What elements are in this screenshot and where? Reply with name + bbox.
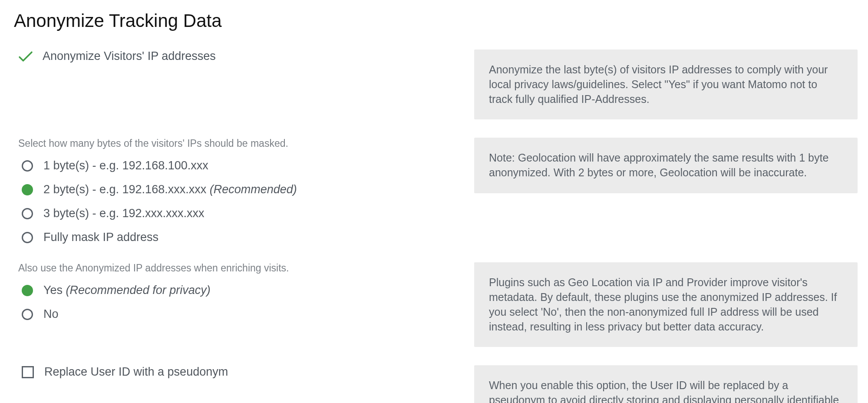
mask-bytes-radio-group: 1 byte(s) - e.g. 192.168.100.xxx 2 byte(… — [22, 159, 457, 244]
section-pseudonym: Replace User ID with a pseudonym When yo… — [18, 365, 858, 403]
anonymize-ip-toggle[interactable]: Anonymize Visitors' IP addresses — [18, 50, 457, 63]
radio-1-byte[interactable]: 1 byte(s) - e.g. 192.168.100.xxx — [22, 159, 457, 172]
anonymize-ip-help: Anonymize the last byte(s) of visitors I… — [474, 50, 858, 119]
radio-icon — [22, 232, 33, 243]
radio-label: No — [43, 307, 59, 321]
radio-fully-mask[interactable]: Fully mask IP address — [22, 231, 457, 244]
mask-bytes-group-label: Select how many bytes of the visitors' I… — [18, 138, 457, 149]
use-anon-enrich-help: Plugins such as Geo Location via IP and … — [474, 262, 858, 347]
radio-label: 3 byte(s) - e.g. 192.xxx.xxx.xxx — [43, 207, 205, 220]
checkbox-icon — [22, 366, 34, 378]
mask-bytes-help: Note: Geolocation will have approximatel… — [474, 138, 858, 193]
radio-label: 2 byte(s) - e.g. 192.168.xxx.xxx (Recomm… — [43, 183, 297, 196]
radio-label: Fully mask IP address — [43, 231, 158, 244]
pseudonym-checkbox[interactable]: Replace User ID with a pseudonym — [22, 365, 457, 379]
radio-2-bytes[interactable]: 2 byte(s) - e.g. 192.168.xxx.xxx (Recomm… — [22, 183, 457, 196]
pseudonym-help: When you enable this option, the User ID… — [474, 365, 858, 403]
radio-icon-selected — [22, 184, 33, 195]
section-anonymize-ip: Anonymize Visitors' IP addresses Anonymi… — [18, 50, 858, 119]
radio-icon-selected — [22, 285, 33, 296]
radio-icon — [22, 208, 33, 219]
anonymize-ip-label: Anonymize Visitors' IP addresses — [43, 50, 216, 63]
radio-label: Yes (Recommended for privacy) — [43, 284, 211, 297]
use-anon-enrich-radio-group: Yes (Recommended for privacy) No — [22, 284, 457, 321]
radio-icon — [22, 309, 33, 320]
radio-enrich-yes[interactable]: Yes (Recommended for privacy) — [22, 284, 457, 297]
section-use-anon-enrich: Also use the Anonymized IP addresses whe… — [18, 262, 858, 347]
radio-label: 1 byte(s) - e.g. 192.168.100.xxx — [43, 159, 208, 172]
radio-icon — [22, 160, 33, 172]
pseudonym-label: Replace User ID with a pseudonym — [44, 365, 228, 379]
use-anon-enrich-group-label: Also use the Anonymized IP addresses whe… — [18, 262, 457, 274]
page-title: Anonymize Tracking Data — [14, 10, 858, 31]
section-mask-bytes: Select how many bytes of the visitors' I… — [18, 138, 858, 244]
radio-3-bytes[interactable]: 3 byte(s) - e.g. 192.xxx.xxx.xxx — [22, 207, 457, 220]
check-icon — [18, 50, 33, 63]
radio-enrich-no[interactable]: No — [22, 307, 457, 321]
